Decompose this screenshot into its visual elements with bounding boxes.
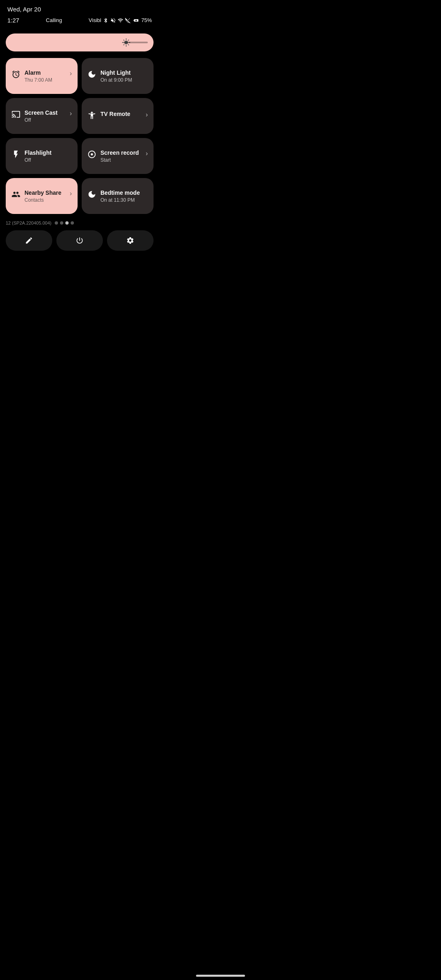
- tile-header-bedtime-mode: Bedtime mode On at 11:30 PM: [87, 189, 148, 203]
- tile-subtitle-screen-record: Start: [100, 157, 139, 163]
- gear-icon: [126, 236, 134, 245]
- tile-title-tv-remote: TV Remote: [100, 110, 130, 118]
- tile-header-night-light: Night Light On at 9:00 PM: [87, 69, 148, 82]
- status-calling: Calling: [46, 17, 62, 23]
- date-display: Wed, Apr 20: [7, 6, 152, 13]
- tile-header-alarm: Alarm Thu 7:00 AM ›: [11, 69, 72, 82]
- tile-screen-record[interactable]: Screen record Start ›: [82, 138, 154, 174]
- tile-chevron-screen-record: ›: [146, 150, 148, 157]
- tile-title-night-light: Night Light: [100, 69, 132, 76]
- battery-icon: [132, 18, 140, 23]
- flashlight-icon: [11, 150, 20, 161]
- tv-remote-icon: [87, 111, 96, 122]
- tile-subtitle-nearby-share: Contacts: [24, 197, 61, 203]
- status-bar: 1:27 Calling Visibl 75%: [7, 17, 152, 24]
- tile-header-screen-record: Screen record Start ›: [87, 149, 148, 163]
- tile-title-nearby-share: Nearby Share: [24, 189, 61, 196]
- status-time: 1:27: [7, 17, 19, 24]
- tile-header-nearby-share: Nearby Share Contacts ›: [11, 189, 72, 203]
- edit-button[interactable]: [6, 230, 52, 251]
- tile-header-screen-cast: Screen Cast Off ›: [11, 109, 72, 122]
- tile-nearby-share[interactable]: Nearby Share Contacts ›: [6, 178, 78, 214]
- tile-subtitle-screen-cast: Off: [24, 117, 58, 123]
- tile-chevron-tv-remote: ›: [146, 111, 148, 118]
- bottom-bar: 12 (SP2A.220405.004): [0, 214, 159, 251]
- page-dot-3: [71, 221, 74, 225]
- tile-night-light[interactable]: Night Light On at 9:00 PM: [82, 58, 154, 94]
- status-battery: 75%: [141, 17, 152, 23]
- screen-record-icon: [87, 150, 96, 161]
- tile-title-bedtime-mode: Bedtime mode: [100, 189, 140, 196]
- status-visible: Visibl: [89, 17, 101, 23]
- status-top: Wed, Apr 20 1:27 Calling Visibl 75%: [0, 0, 159, 30]
- page-dot-0: [55, 221, 58, 225]
- signal-icon: [125, 18, 131, 23]
- pencil-icon: [25, 236, 33, 245]
- tile-screen-cast[interactable]: Screen Cast Off ›: [6, 98, 78, 134]
- brightness-track: [123, 42, 148, 43]
- tile-flashlight[interactable]: Flashlight Off: [6, 138, 78, 174]
- tile-title-screen-cast: Screen Cast: [24, 109, 58, 116]
- tile-title-flashlight: Flashlight: [24, 149, 51, 156]
- tile-header-flashlight: Flashlight Off: [11, 149, 72, 163]
- power-icon: [76, 236, 84, 245]
- tile-title-screen-record: Screen record: [100, 149, 139, 156]
- nearby-share-icon: [11, 190, 20, 201]
- page-dot-2: [65, 221, 69, 225]
- tile-subtitle-night-light: On at 9:00 PM: [100, 77, 132, 83]
- alarm-icon: [11, 70, 20, 81]
- page-dots: [55, 221, 74, 225]
- tile-chevron-screen-cast: ›: [70, 110, 72, 117]
- tile-bedtime-mode[interactable]: Bedtime mode On at 11:30 PM: [82, 178, 154, 214]
- tiles-grid: Alarm Thu 7:00 AM › Night Light On at 9:…: [0, 58, 159, 214]
- version-text: 12 (SP2A.220405.004): [6, 220, 51, 225]
- tile-chevron-alarm: ›: [70, 70, 72, 77]
- tile-subtitle-flashlight: Off: [24, 157, 51, 163]
- tile-subtitle-bedtime-mode: On at 11:30 PM: [100, 197, 140, 203]
- brightness-slider[interactable]: [6, 33, 154, 51]
- screen-cast-icon: [11, 110, 20, 121]
- brightness-row[interactable]: [6, 33, 154, 51]
- version-dots: 12 (SP2A.220405.004): [6, 220, 154, 225]
- action-buttons: [6, 230, 154, 251]
- tile-header-tv-remote: TV Remote ›: [87, 110, 148, 122]
- wifi-icon: [118, 18, 123, 23]
- bluetooth-icon: [103, 18, 109, 23]
- settings-button[interactable]: [107, 230, 154, 251]
- night-light-icon: [87, 70, 96, 81]
- tile-title-alarm: Alarm: [24, 69, 52, 76]
- tile-tv-remote[interactable]: TV Remote ›: [82, 98, 154, 134]
- mute-icon: [110, 18, 116, 23]
- page-dot-1: [60, 221, 63, 225]
- status-right-icons: Visibl 75%: [89, 17, 152, 23]
- bedtime-mode-icon: [87, 190, 96, 201]
- tile-alarm[interactable]: Alarm Thu 7:00 AM ›: [6, 58, 78, 94]
- tile-chevron-nearby-share: ›: [70, 190, 72, 197]
- power-button[interactable]: [56, 230, 103, 251]
- tile-subtitle-alarm: Thu 7:00 AM: [24, 77, 52, 83]
